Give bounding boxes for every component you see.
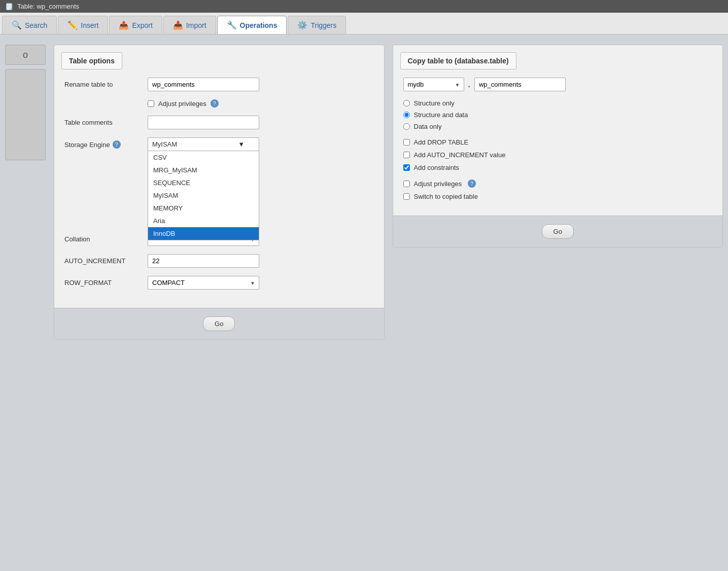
storage-engine-row: Storage Engine ? MyISAM ▼ CSV MRG_MyISAM…: [64, 137, 374, 151]
copy-table-footer: Go: [393, 216, 723, 247]
dropdown-item-mrg[interactable]: MRG_MyISAM: [148, 164, 259, 176]
rename-row: Rename table to: [64, 78, 374, 91]
switch-copied-checkbox[interactable]: [403, 193, 410, 200]
rename-input[interactable]: [148, 78, 259, 91]
tab-search[interactable]: 🔍 Search: [2, 16, 57, 34]
auto-increment-row: AUTO_INCREMENT: [64, 254, 374, 268]
dropdown-item-innodb[interactable]: InnoDB: [148, 227, 259, 240]
tab-operations-label: Operations: [240, 21, 278, 29]
check-auto-increment: Add AUTO_INCREMENT value: [403, 151, 713, 159]
dropdown-item-sequence[interactable]: SEQUENCE: [148, 176, 259, 189]
check-auto-increment-input[interactable]: [403, 152, 410, 158]
table-options-title: Table options: [61, 52, 122, 69]
sidebar-block: [5, 69, 46, 160]
dropdown-item-csv[interactable]: CSV: [148, 151, 259, 164]
tab-export-label: Export: [132, 21, 152, 29]
adjust-privileges-label: Adjust privileges: [158, 100, 206, 108]
tab-triggers-label: Triggers: [310, 21, 336, 29]
table-options-go-button[interactable]: Go: [203, 316, 235, 331]
tab-search-label: Search: [25, 21, 47, 29]
row-format-row: ROW_FORMAT COMPACT DYNAMIC FIXED COMPRES…: [64, 276, 374, 290]
insert-icon: ✏️: [67, 20, 78, 30]
switch-copied-row: Switch to copied table: [403, 193, 713, 200]
dropdown-item-myisam[interactable]: MyISAM: [148, 189, 259, 202]
copy-table-body: mydb ▼ . Structure only Structur: [393, 69, 723, 216]
check-auto-increment-label: Add AUTO_INCREMENT value: [414, 151, 506, 159]
table-options-footer: Go: [54, 308, 384, 339]
adjust-privileges-help-icon[interactable]: ?: [211, 99, 219, 108]
storage-engine-label: Storage Engine ?: [64, 137, 141, 149]
copy-radio-group: Structure only Structure and data Data o…: [403, 99, 713, 130]
radio-data-only-label: Data only: [414, 123, 442, 130]
storage-engine-value: MyISAM: [152, 140, 177, 148]
radio-structure-data: Structure and data: [403, 111, 713, 119]
adjust-privileges-checkbox[interactable]: [148, 100, 154, 107]
copy-table-panel: Copy table to (database.table) mydb ▼ .: [393, 45, 723, 247]
storage-engine-dropdown[interactable]: MyISAM ▼ CSV MRG_MyISAM SEQUENCE MyISAM …: [148, 137, 259, 151]
copy-adjust-privileges-help-icon[interactable]: ?: [468, 180, 476, 188]
db-selector-row: mydb ▼ .: [403, 78, 713, 91]
switch-copied-label: Switch to copied table: [414, 193, 478, 200]
import-icon: 📥: [173, 20, 183, 30]
page-title: Table: wp_comments: [17, 3, 79, 10]
storage-engine-trigger[interactable]: MyISAM ▼: [148, 137, 259, 151]
tab-import[interactable]: 📥 Import: [163, 16, 216, 34]
main-content: o Table options Rename table to Adjust p…: [0, 34, 728, 345]
table-options-panel: Table options Rename table to Adjust pri…: [54, 45, 385, 340]
radio-structure-data-input[interactable]: [403, 112, 410, 118]
sidebar: o: [5, 45, 46, 160]
radio-structure-data-label: Structure and data: [414, 111, 468, 119]
dropdown-item-memory[interactable]: MEMORY: [148, 202, 259, 215]
search-icon: 🔍: [12, 20, 22, 30]
tab-insert[interactable]: ✏️ Insert: [58, 16, 108, 34]
copy-table-go-button[interactable]: Go: [542, 224, 574, 239]
auto-increment-input[interactable]: [148, 254, 259, 268]
rename-label: Rename table to: [64, 81, 141, 88]
tab-import-label: Import: [186, 21, 206, 29]
row-format-label: ROW_FORMAT: [64, 279, 141, 287]
check-drop-table: Add DROP TABLE: [403, 138, 713, 146]
copy-checkbox-group: Add DROP TABLE Add AUTO_INCREMENT value …: [403, 138, 713, 171]
copy-adjust-privileges-checkbox[interactable]: [403, 181, 410, 187]
tab-triggers[interactable]: ⚙️ Triggers: [288, 16, 346, 34]
tab-export[interactable]: 📤 Export: [109, 16, 162, 34]
operations-icon: 🔧: [227, 20, 237, 30]
row-format-select-wrapper: COMPACT DYNAMIC FIXED COMPRESSED REDUNDA…: [148, 276, 259, 290]
collation-label: Collation: [64, 235, 141, 243]
db-dot-separator: .: [468, 80, 470, 89]
row-format-select[interactable]: COMPACT DYNAMIC FIXED COMPRESSED REDUNDA…: [148, 276, 259, 290]
title-bar: 🗒️ Table: wp_comments: [0, 0, 728, 13]
check-constraints-label: Add constraints: [414, 164, 460, 171]
dropdown-item-aria[interactable]: Aria: [148, 215, 259, 227]
storage-engine-list: CSV MRG_MyISAM SEQUENCE MyISAM MEMORY Ar…: [148, 151, 259, 240]
sidebar-button[interactable]: o: [5, 45, 46, 65]
table-options-body: Rename table to Adjust privileges ? Tabl…: [54, 69, 384, 308]
export-icon: 📤: [119, 20, 129, 30]
copy-adjust-privileges-row: Adjust privileges ?: [403, 180, 713, 188]
table-comments-row: Table comments: [64, 116, 374, 129]
check-constraints: Add constraints: [403, 164, 713, 171]
radio-structure-only-input[interactable]: [403, 100, 410, 106]
table-comments-label: Table comments: [64, 119, 141, 126]
copy-table-name-input[interactable]: [474, 78, 566, 91]
db-select[interactable]: mydb: [403, 78, 464, 91]
storage-engine-help-icon[interactable]: ?: [113, 140, 121, 149]
storage-engine-arrow: ▼: [238, 140, 245, 148]
radio-data-only: Data only: [403, 123, 713, 130]
radio-structure-only: Structure only: [403, 99, 713, 107]
check-drop-table-input[interactable]: [403, 139, 410, 146]
title-icon: 🗒️: [5, 3, 13, 10]
copy-table-title: Copy table to (database.table): [400, 52, 516, 69]
check-drop-table-label: Add DROP TABLE: [414, 138, 469, 146]
table-comments-input[interactable]: [148, 116, 259, 129]
check-constraints-input[interactable]: [403, 164, 410, 171]
copy-adjust-privileges-label: Adjust privileges: [414, 180, 462, 188]
adjust-privileges-row: Adjust privileges ?: [148, 99, 374, 108]
radio-data-only-input[interactable]: [403, 123, 410, 130]
tab-insert-label: Insert: [81, 21, 98, 29]
radio-structure-only-label: Structure only: [414, 99, 455, 107]
tab-operations[interactable]: 🔧 Operations: [217, 16, 287, 34]
triggers-icon: ⚙️: [297, 20, 307, 30]
tab-bar: 🔍 Search ✏️ Insert 📤 Export 📥 Import 🔧 O…: [0, 13, 728, 34]
panels-container: Table options Rename table to Adjust pri…: [54, 45, 723, 340]
